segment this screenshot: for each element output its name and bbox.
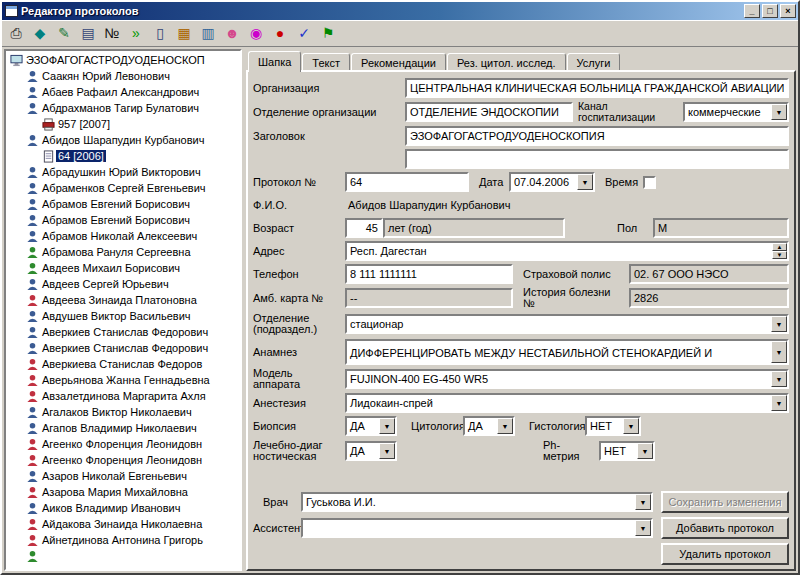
minimize-button[interactable]: _ xyxy=(744,4,760,18)
tree-item[interactable]: Авдушев Виктор Васильевич xyxy=(6,308,240,324)
tree-item[interactable]: Айнетдинова Антонина Григорь xyxy=(6,532,240,548)
age-input[interactable] xyxy=(345,218,383,238)
chevron-down-icon[interactable]: ▼ xyxy=(379,443,395,459)
document-icon[interactable]: ▯ xyxy=(149,23,171,44)
tree-item[interactable] xyxy=(6,548,240,564)
save-icon[interactable]: ◆ xyxy=(29,23,51,44)
doctor-combo[interactable]: Гуськова И.И. ▼ xyxy=(301,492,653,512)
notepad-icon[interactable]: ▤ xyxy=(77,23,99,44)
check-icon[interactable]: ✓ xyxy=(293,23,315,44)
tree-item[interactable]: Абидов Шарапудин Курбанович xyxy=(6,132,240,148)
edit-note-icon[interactable]: ✎ xyxy=(53,23,75,44)
tree-item[interactable]: Аверкиев Станислав Федорович xyxy=(6,340,240,356)
maximize-button[interactable]: □ xyxy=(762,4,778,18)
date-combo[interactable]: 07.04.2006 ▼ xyxy=(509,172,595,192)
users-icon[interactable]: ☻ xyxy=(221,23,243,44)
chevron-down-icon[interactable]: ▼ xyxy=(771,395,787,411)
device-combo[interactable]: FUJINON-400 EG-450 WR5 ▼ xyxy=(345,369,789,389)
flag-icon[interactable]: ⚑ xyxy=(317,23,339,44)
chevron-down-icon[interactable]: ▼ xyxy=(379,418,395,434)
tree-item[interactable]: Абаев Рафаил Александрович xyxy=(6,84,240,100)
tree-item[interactable]: Айдакова Зинаида Николаевна xyxy=(6,516,240,532)
chevron-down-icon[interactable]: ▼ xyxy=(637,443,653,459)
tree-item[interactable]: Аверкиева Станислав Федоров xyxy=(6,356,240,372)
sex-field[interactable]: М xyxy=(653,218,789,238)
tree-item[interactable]: Авдеев Сергей Юрьевич xyxy=(6,276,240,292)
tree-item[interactable]: Абрамов Евгений Борисович xyxy=(6,212,240,228)
tree-item[interactable]: 64 [2006] xyxy=(6,148,240,164)
cytology-combo[interactable]: ДА ▼ xyxy=(463,416,515,436)
tree-item[interactable]: Абраменков Сергей Евгеньевич xyxy=(6,180,240,196)
close-button[interactable]: × xyxy=(780,4,796,18)
tree-item-label: Абрамов Евгений Борисович xyxy=(40,214,192,226)
save-changes-button[interactable]: Сохранить изменения xyxy=(661,491,789,513)
titlebar[interactable]: Редактор протоколов _ □ × xyxy=(2,2,798,20)
tab-rez-citol-issled[interactable]: Рез. цитол. исслед. xyxy=(447,53,566,71)
delete-protocol-button[interactable]: Удалить протокол xyxy=(661,543,789,565)
tree-item[interactable]: Азарова Мария Михайловна xyxy=(6,484,240,500)
tree-item[interactable]: Аверьянова Жанна Геннадьевна xyxy=(6,372,240,388)
tree-item[interactable]: ЭЗОФАГОГАСТРОДУОДЕНОСКОП xyxy=(6,52,240,68)
tab-shapka[interactable]: Шапка xyxy=(248,51,301,72)
print-icon[interactable]: ⎙ xyxy=(5,23,27,44)
chevron-down-icon[interactable]: ▼ xyxy=(771,371,787,387)
protocol-number-input[interactable] xyxy=(345,172,469,192)
tree-item[interactable]: Агапов Владимир Николаевич xyxy=(6,420,240,436)
org-input[interactable] xyxy=(405,78,789,98)
tree-item[interactable]: Агалаков Виктор Николаевич xyxy=(6,404,240,420)
channel-combo[interactable]: коммерческие ▼ xyxy=(683,102,789,122)
ph-combo[interactable]: НЕТ ▼ xyxy=(599,441,655,461)
table-icon[interactable]: ▦ xyxy=(173,23,195,44)
add-protocol-button[interactable]: Добавить протокол xyxy=(661,517,789,539)
dept-input[interactable] xyxy=(405,102,573,122)
record-icon[interactable]: ● xyxy=(269,23,291,44)
tree-item[interactable]: 957 [2007] xyxy=(6,116,240,132)
tree-item[interactable]: Абрамов Николай Алексеевич xyxy=(6,228,240,244)
tab-tekst[interactable]: Текст xyxy=(302,53,350,71)
phone-input[interactable] xyxy=(345,264,513,284)
subdept-combo[interactable]: стационар ▼ xyxy=(345,314,789,334)
paint-icon[interactable]: ◉ xyxy=(245,23,267,44)
tree-item[interactable]: Агеенко Флоренция Леонидовн xyxy=(6,436,240,452)
anesthesia-combo[interactable]: Лидокаин-спрей ▼ xyxy=(345,393,789,413)
histology-combo[interactable]: НЕТ ▼ xyxy=(585,416,641,436)
grid-icon[interactable]: ▥ xyxy=(197,23,219,44)
number-icon[interactable]: № xyxy=(101,23,123,44)
tab-rekomendacii[interactable]: Рекомендации xyxy=(351,53,446,71)
therapeutic-combo[interactable]: ДА ▼ xyxy=(345,441,397,461)
tree-item[interactable]: Абрадушкин Юрий Викторович xyxy=(6,164,240,180)
chevron-down-icon[interactable]: ▼ xyxy=(497,418,513,434)
tree-item[interactable]: Авдеева Зинаида Платоновна xyxy=(6,292,240,308)
scroll-up-icon[interactable]: ▲ xyxy=(772,243,787,251)
time-checkbox[interactable] xyxy=(643,176,656,189)
forward-icon[interactable]: » xyxy=(125,23,147,44)
tree-item[interactable]: Саакян Юрий Левонович xyxy=(6,68,240,84)
tree-item[interactable]: Аиков Владимир Иванович xyxy=(6,500,240,516)
tree-item[interactable]: Азаров Николай Евгеньевич xyxy=(6,468,240,484)
chevron-down-icon[interactable]: ▼ xyxy=(635,494,651,510)
anamnesis-combo[interactable]: ДИФФЕРЕНЦИРОВАТЬ МЕЖДУ НЕСТАБИЛЬНОЙ СТЕН… xyxy=(345,339,789,365)
chevron-down-icon[interactable]: ▼ xyxy=(635,520,651,536)
subdept-label: Отделение (подраздел.) xyxy=(253,313,345,335)
protocol-editor-window: Редактор протоколов _ □ × ⎙◆✎▤№»▯▦▥☻◉●✓⚑… xyxy=(0,0,800,575)
chevron-down-icon[interactable]: ▼ xyxy=(771,341,787,363)
tree-item[interactable]: Аверкиев Станислав Федорович xyxy=(6,324,240,340)
chevron-down-icon[interactable]: ▼ xyxy=(771,316,787,332)
assistant-combo[interactable]: ▼ xyxy=(301,518,653,538)
header-input[interactable] xyxy=(405,126,789,146)
tree-item[interactable]: Агеенко Флоренция Леонидовн xyxy=(6,452,240,468)
biopsy-combo[interactable]: ДА ▼ xyxy=(345,416,397,436)
tree-item[interactable]: Абрамов Евгений Борисович xyxy=(6,196,240,212)
chevron-down-icon[interactable]: ▼ xyxy=(577,174,593,190)
scroll-down-icon[interactable]: ▼ xyxy=(772,251,787,259)
tree-item[interactable]: Авзалетдинова Маргарита Ахля xyxy=(6,388,240,404)
patient-tree[interactable]: ЭЗОФАГОГАСТРОДУОДЕНОСКОПСаакян Юрий Лево… xyxy=(4,49,242,571)
chevron-down-icon[interactable]: ▼ xyxy=(771,104,787,120)
tab-uslugi[interactable]: Услуги xyxy=(567,53,621,71)
tree-item[interactable]: Авдеев Михаил Борисович xyxy=(6,260,240,276)
tree-item[interactable]: Абдрахманов Тагир Булатович xyxy=(6,100,240,116)
header-input-2[interactable] xyxy=(405,149,789,169)
chevron-down-icon[interactable]: ▼ xyxy=(623,418,639,434)
address-field[interactable]: Респ. Дагестан ▲ ▼ xyxy=(345,241,789,261)
tree-item[interactable]: Абрамова Рануля Сергеевна xyxy=(6,244,240,260)
